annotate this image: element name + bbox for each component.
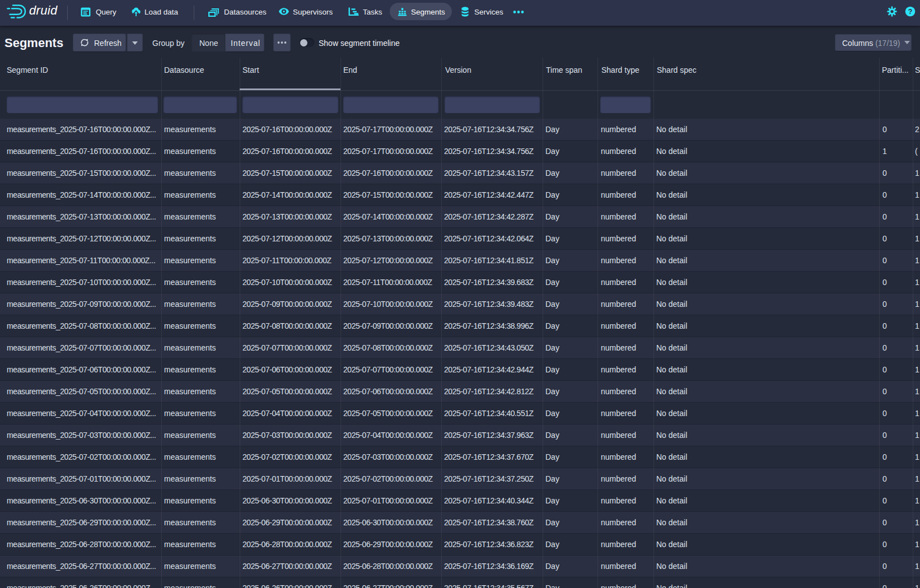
svg-text:?: ? [908, 8, 913, 16]
